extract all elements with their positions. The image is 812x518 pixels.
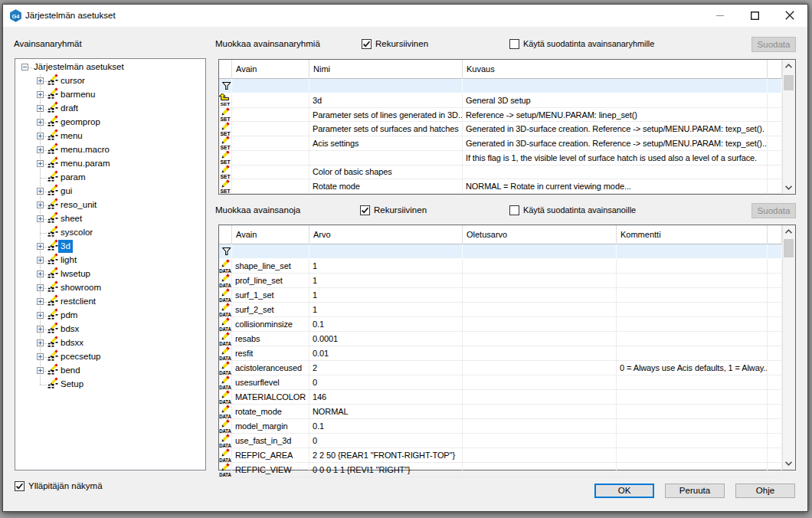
svg-text:DATA: DATA [219, 443, 231, 448]
svg-text:DATA: DATA [219, 414, 231, 419]
svg-text:DATA: DATA [219, 341, 231, 346]
svg-text:DATA: DATA [219, 472, 231, 477]
svg-text:DATA: DATA [219, 297, 231, 303]
svg-text:DATA: DATA [219, 399, 231, 405]
svg-text:G4: G4 [11, 13, 20, 20]
svg-text:DATA: DATA [219, 370, 231, 375]
svg-text:DATA: DATA [219, 283, 231, 288]
svg-text:DATA: DATA [219, 326, 231, 332]
svg-text:SET: SET [221, 116, 231, 122]
svg-text:SET: SET [221, 102, 231, 107]
svg-text:SET: SET [221, 145, 231, 150]
svg-text:DATA: DATA [219, 312, 231, 317]
svg-text:SET: SET [221, 159, 231, 165]
svg-text:DATA: DATA [219, 356, 231, 361]
svg-text:SET: SET [221, 131, 231, 136]
svg-text:DATA: DATA [219, 457, 231, 463]
svg-text:DATA: DATA [219, 385, 231, 390]
svg-text:SET: SET [221, 189, 231, 194]
svg-text:DATA: DATA [219, 428, 231, 434]
svg-text:DATA: DATA [219, 268, 231, 274]
svg-text:SET: SET [221, 174, 231, 179]
